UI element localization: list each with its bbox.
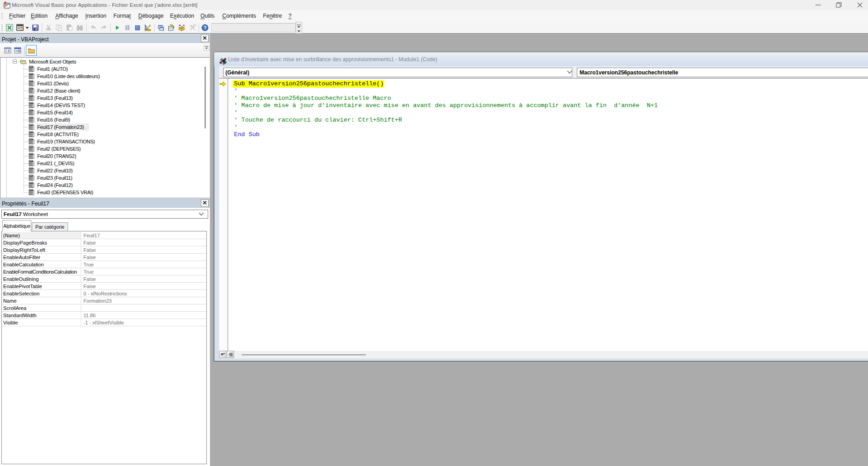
svg-text:?: ? <box>204 25 207 30</box>
